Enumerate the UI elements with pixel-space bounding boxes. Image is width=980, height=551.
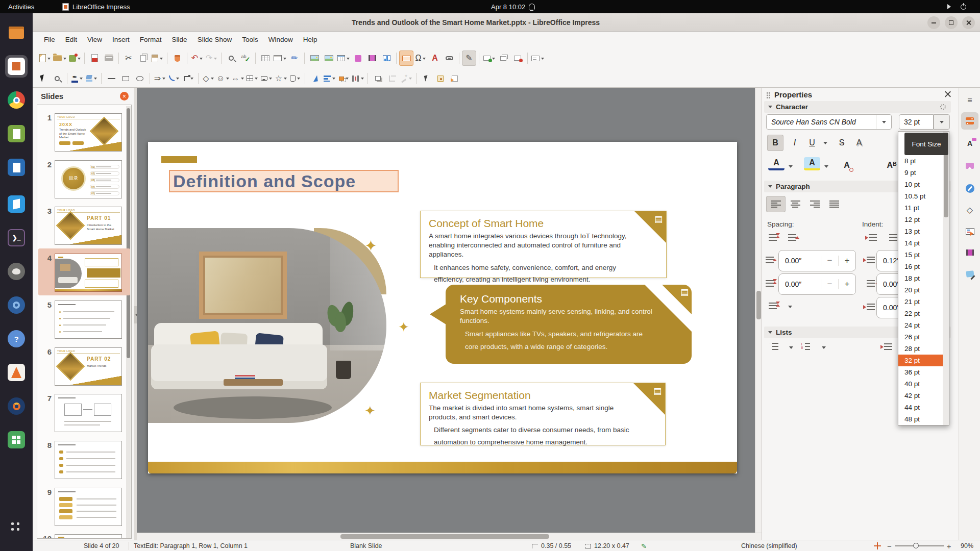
menu-edit[interactable]: Edit bbox=[60, 34, 82, 45]
toolbar-new-slide-button[interactable] bbox=[482, 51, 496, 66]
dock-item-vlc[interactable] bbox=[5, 361, 28, 384]
clock-button[interactable]: Apr 8 10:02 bbox=[491, 0, 535, 13]
dock-item-terminal[interactable]: ❯_ bbox=[5, 227, 28, 249]
display-views-dropdown-arrow[interactable] bbox=[283, 58, 286, 61]
dropdown-scrollbar[interactable] bbox=[943, 132, 949, 425]
zoom-level[interactable]: 90% bbox=[961, 540, 973, 551]
font-size-option-16pt[interactable]: 16 pt bbox=[898, 261, 944, 272]
font-size-option-13pt[interactable]: 13 pt bbox=[898, 226, 944, 237]
font-size-option-36pt[interactable]: 36 pt bbox=[898, 366, 944, 378]
tab-gallery[interactable] bbox=[961, 157, 978, 174]
insert-special-character-dropdown-arrow[interactable] bbox=[423, 58, 426, 61]
toolbar-glue-points-button[interactable] bbox=[433, 71, 448, 86]
toolbar-insert-special-character-button[interactable]: Ω bbox=[413, 51, 428, 66]
unordered-list-dropdown[interactable] bbox=[786, 343, 797, 352]
toolbar-redo-button[interactable]: ↷ bbox=[204, 51, 218, 66]
lines-and-arrows-dropdown-arrow[interactable] bbox=[162, 78, 165, 81]
menu-insert[interactable]: Insert bbox=[107, 34, 135, 45]
toolbar-flowchart-button[interactable] bbox=[245, 71, 259, 86]
toolbar-zoom-pan-button[interactable] bbox=[50, 71, 64, 86]
close-button[interactable] bbox=[962, 16, 975, 29]
slide-thumbnail-row-3[interactable]: 3YOUR LOGO PART 01 Introduction to the S… bbox=[37, 205, 132, 251]
toolbar-rectangle-button[interactable] bbox=[118, 71, 133, 86]
slide-thumbnail-row-9[interactable]: 9 bbox=[37, 486, 132, 532]
font-size-option-21pt[interactable]: 21 pt bbox=[898, 296, 944, 308]
toolbar-line-color-button[interactable]: ✒ bbox=[70, 71, 84, 86]
font-size-option-9pt[interactable]: 9 pt bbox=[898, 167, 944, 179]
3d-objects-dropdown-arrow[interactable] bbox=[297, 78, 300, 81]
toolbar-fill-color-button[interactable] bbox=[84, 71, 99, 86]
align-left-button[interactable] bbox=[766, 196, 786, 212]
highlight-color-button[interactable]: A bbox=[804, 157, 820, 170]
ordered-list-dropdown[interactable] bbox=[818, 343, 829, 352]
font-size-option-24pt[interactable]: 24 pt bbox=[898, 319, 944, 331]
new-slide-dropdown-arrow[interactable] bbox=[492, 58, 495, 61]
toolbar-insert-image-button[interactable] bbox=[307, 51, 322, 66]
block-arrows-dropdown-arrow[interactable] bbox=[241, 78, 244, 81]
toolbar-print-button[interactable] bbox=[102, 51, 116, 66]
toolbar-find-replace-button[interactable] bbox=[224, 51, 238, 66]
underline-dropdown-button[interactable] bbox=[820, 135, 830, 151]
language-status[interactable]: Chinese (simplified) bbox=[741, 540, 797, 551]
tab-custom-animation[interactable] bbox=[961, 265, 978, 283]
toolbar-connectors-button[interactable] bbox=[181, 71, 195, 86]
bold-button[interactable]: B bbox=[767, 135, 783, 151]
image-filter-dropdown-arrow[interactable] bbox=[409, 78, 412, 81]
slide-thumbnail[interactable]: YOUR LOGO PART 02 Market Trends bbox=[55, 347, 122, 386]
toolbar-insert-shape-button[interactable] bbox=[351, 51, 365, 66]
font-size-option-14pt[interactable]: 14 pt bbox=[898, 237, 944, 249]
slide-thumbnail-row-6[interactable]: 6YOUR LOGO PART 02 Market Trends bbox=[37, 345, 132, 391]
toolbar-paste-button[interactable] bbox=[150, 51, 164, 66]
slide-thumbnail-row-4[interactable]: 4 bbox=[37, 252, 132, 297]
tab-shapes[interactable]: ◇ bbox=[961, 201, 978, 218]
align-center-button[interactable] bbox=[786, 196, 805, 212]
font-size-option-22pt[interactable]: 22 pt bbox=[898, 308, 944, 319]
vertical-scrollbar[interactable] bbox=[755, 88, 762, 533]
zoom-out-button[interactable]: − bbox=[887, 542, 892, 550]
font-size-option-10pt[interactable]: 10 pt bbox=[898, 179, 944, 190]
spacing-below-decrease[interactable]: − bbox=[821, 279, 838, 289]
vertical-scrollbar-thumb[interactable] bbox=[756, 291, 761, 319]
toolbar-symbol-shapes-button[interactable]: ☺ bbox=[215, 71, 230, 86]
unordered-list-button[interactable] bbox=[768, 342, 779, 351]
font-color-button[interactable]: A bbox=[768, 157, 785, 170]
system-status-area[interactable] bbox=[947, 0, 966, 13]
font-size-option-10.5pt[interactable]: 10.5 pt bbox=[898, 190, 944, 202]
toolbar-display-grid-button[interactable] bbox=[258, 51, 273, 66]
toolbar-cut-button[interactable]: ✂ bbox=[121, 51, 136, 66]
tab-properties[interactable] bbox=[961, 112, 978, 130]
toolbar-arrange-button[interactable] bbox=[336, 71, 351, 86]
slide-thumbnail-row-10[interactable]: 10 bbox=[37, 532, 132, 539]
toolbar-slide-layout-button[interactable] bbox=[530, 51, 545, 66]
clear-formatting-button[interactable]: A bbox=[839, 157, 855, 173]
document-modified-icon[interactable]: ✎ bbox=[641, 540, 647, 551]
font-size-option-42pt[interactable]: 42 pt bbox=[898, 390, 944, 402]
spacing-below-increase[interactable]: + bbox=[838, 279, 855, 289]
menu-slide[interactable]: Slide bbox=[167, 34, 192, 45]
basic-shapes-dropdown-arrow[interactable] bbox=[211, 78, 214, 81]
flowchart-dropdown-arrow[interactable] bbox=[255, 78, 258, 81]
toolbar-insert-gallery-button[interactable] bbox=[322, 51, 336, 66]
window-titlebar[interactable]: Trends and Outlook of the Smart Home Mar… bbox=[33, 13, 980, 32]
tab-styles[interactable]: A bbox=[961, 135, 978, 152]
connectors-dropdown-arrow[interactable] bbox=[190, 78, 193, 81]
curves-polygons-dropdown-arrow[interactable] bbox=[176, 78, 179, 81]
font-color-dropdown-button[interactable] bbox=[786, 158, 796, 174]
menu-slide-show[interactable]: Slide Show bbox=[192, 34, 237, 45]
dock-item-help[interactable]: ? bbox=[5, 328, 28, 350]
new-document-dropdown-arrow[interactable] bbox=[47, 58, 51, 61]
line-color-dropdown-arrow[interactable] bbox=[80, 78, 83, 81]
font-size-option-12pt[interactable]: 12 pt bbox=[898, 214, 944, 226]
toolbar-insert-text-annotation-button[interactable]: ✏ bbox=[287, 51, 302, 66]
save-dropdown-arrow[interactable] bbox=[78, 58, 81, 61]
font-size-option-26pt[interactable]: 26 pt bbox=[898, 331, 944, 343]
toolbar-block-arrows-button[interactable]: ⇔ bbox=[230, 71, 245, 86]
toolbar-edit-points-button[interactable] bbox=[419, 71, 433, 86]
slide-layout-dropdown-arrow[interactable] bbox=[541, 58, 544, 61]
slide-thumbnail-row-7[interactable]: 7 bbox=[37, 392, 132, 438]
toolbar-display-views-button[interactable] bbox=[273, 51, 287, 66]
toolbar-insert-line-button[interactable] bbox=[104, 71, 118, 86]
distribute-dropdown-arrow[interactable] bbox=[361, 78, 364, 81]
horizontal-scrollbar-thumb[interactable] bbox=[340, 534, 549, 539]
font-size-option-48pt[interactable]: 48 pt bbox=[898, 413, 944, 425]
